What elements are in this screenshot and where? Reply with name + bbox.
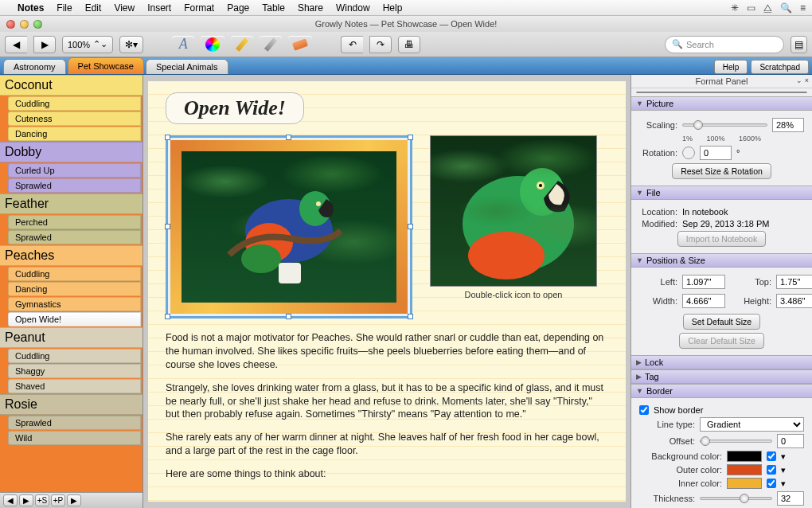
section-file-header[interactable]: ▼File — [631, 186, 812, 200]
window-zoom-button[interactable] — [33, 20, 42, 29]
sidebar-item[interactable]: Wild — [8, 431, 141, 445]
sidebar-section-peanut[interactable]: Peanut — [0, 327, 142, 348]
help-button[interactable]: Help — [714, 60, 748, 74]
zoom-select[interactable]: 100%⌃⌄ — [62, 36, 113, 53]
parrot-picture-1[interactable] — [182, 151, 396, 303]
paintbrush-icon[interactable] — [260, 36, 282, 53]
font-style-button[interactable]: A — [172, 36, 194, 53]
offset-slider[interactable] — [700, 440, 772, 443]
print-button[interactable]: 🖶 — [398, 36, 420, 53]
sidebar-item[interactable]: Cuddling — [8, 96, 141, 111]
panel-options-icon[interactable]: ⌄ × — [796, 76, 809, 84]
eraser-icon[interactable] — [288, 36, 312, 53]
bg-color-swatch[interactable] — [727, 451, 762, 462]
color-picker-button[interactable] — [201, 36, 224, 53]
seg-section[interactable]: Section — [722, 92, 765, 93]
sidebar-item[interactable]: Sprawled — [8, 230, 141, 244]
seg-page[interactable]: Page — [680, 92, 723, 93]
inner-color-enable-checkbox[interactable] — [767, 479, 776, 488]
sidebar-add-page-button[interactable]: +P — [51, 494, 65, 506]
sidebar-item[interactable]: Shaved — [8, 379, 141, 393]
rotation-dial-icon[interactable] — [682, 147, 695, 159]
sidebar-next-button[interactable]: ▶ — [19, 494, 33, 506]
parrot-picture-2[interactable] — [430, 135, 597, 287]
sidebar-item[interactable]: Gymnastics — [8, 297, 141, 311]
sidebar-item[interactable]: Cuddling — [8, 267, 141, 281]
section-lock-header[interactable]: ▶Lock — [631, 355, 812, 369]
sidebar-item[interactable]: Cuteness — [8, 111, 141, 126]
sidebar-section-feather[interactable]: Feather — [0, 193, 142, 214]
spotlight-icon[interactable]: 🔍 — [780, 2, 792, 14]
seg-note[interactable]: Note — [637, 92, 680, 93]
section-picture-header[interactable]: ▼Picture — [631, 96, 812, 111]
sidebar-go-button[interactable]: ▶ — [67, 494, 81, 506]
selected-picture-frame[interactable] — [166, 135, 412, 318]
sidebar-item[interactable]: Curled Up — [8, 163, 141, 178]
tab-astronomy[interactable]: Astronomy — [3, 59, 66, 74]
pos-height-input[interactable] — [776, 294, 812, 308]
menu-file[interactable]: File — [50, 2, 78, 14]
section-tag-header[interactable]: ▶Tag — [631, 369, 812, 384]
menu-insert[interactable]: Insert — [141, 2, 178, 14]
toggle-panel-button[interactable]: ▤ — [791, 36, 807, 53]
nav-back-button[interactable]: ◀ — [5, 36, 27, 53]
sidebar-add-section-button[interactable]: +S — [35, 494, 49, 506]
sidebar-section-coconut[interactable]: Coconut — [0, 75, 142, 96]
clear-default-size-button[interactable]: Clear Default Size — [679, 333, 764, 349]
scaling-slider[interactable] — [682, 123, 767, 127]
outer-color-enable-checkbox[interactable] — [767, 465, 776, 475]
page-title[interactable]: Open Wide! — [166, 92, 304, 124]
window-minimize-button[interactable] — [20, 20, 29, 29]
sidebar-item[interactable]: Dancing — [8, 282, 141, 296]
seg-notebook[interactable]: Notebook — [765, 92, 807, 93]
menu-extras-icon[interactable]: ≡ — [800, 2, 806, 14]
pos-left-input[interactable] — [682, 275, 725, 289]
sidebar-section-rosie[interactable]: Rosie — [0, 394, 142, 415]
rotation-input[interactable] — [700, 146, 732, 160]
page-body-text[interactable]: Food is not a major motivator for Peache… — [166, 331, 608, 481]
page-canvas[interactable]: Open Wide! — [143, 75, 630, 508]
sidebar-item[interactable]: Perched — [8, 215, 141, 229]
offset-input[interactable] — [777, 434, 804, 448]
sidebar-item[interactable]: Cuddling — [8, 349, 141, 363]
bg-color-enable-checkbox[interactable] — [767, 451, 776, 461]
menu-edit[interactable]: Edit — [79, 2, 108, 14]
menu-view[interactable]: View — [107, 2, 141, 14]
outer-color-swatch[interactable] — [727, 464, 762, 475]
set-default-size-button[interactable]: Set Default Size — [683, 314, 760, 330]
sidebar-item[interactable]: Shaggy — [8, 364, 141, 378]
menu-app[interactable]: Notes — [11, 2, 50, 14]
pos-width-input[interactable] — [682, 294, 725, 308]
undo-button[interactable]: ↶ — [341, 36, 363, 53]
inner-color-swatch[interactable] — [727, 478, 762, 489]
menu-table[interactable]: Table — [256, 2, 291, 14]
scaling-input[interactable] — [772, 118, 804, 132]
highlighter-icon[interactable] — [231, 36, 253, 53]
sidebar-item[interactable]: Dancing — [8, 127, 141, 141]
menu-share[interactable]: Share — [291, 2, 330, 14]
sidebar-item[interactable]: Open Wide! — [8, 312, 141, 326]
gear-menu-button[interactable]: ✻▾ — [119, 36, 143, 53]
sidebar-section-peaches[interactable]: Peaches — [0, 245, 142, 266]
section-position-header[interactable]: ▼Position & Size — [631, 253, 812, 268]
redo-button[interactable]: ↷ — [369, 36, 392, 53]
tab-special-animals[interactable]: Special Animals — [146, 59, 228, 74]
line-type-select[interactable]: Gradient — [700, 417, 804, 432]
nav-forward-button[interactable]: ▶ — [33, 36, 56, 53]
tab-pet-showcase[interactable]: Pet Showcase — [68, 57, 144, 74]
menu-page[interactable]: Page — [221, 2, 256, 14]
menu-help[interactable]: Help — [377, 2, 409, 14]
sidebar-item[interactable]: Sprawled — [8, 416, 141, 430]
window-close-button[interactable] — [6, 20, 15, 29]
reset-size-rotation-button[interactable]: Reset Size & Rotation — [672, 163, 771, 179]
format-scope-segment[interactable]: Note Page Section Notebook — [636, 92, 807, 93]
section-border-header[interactable]: ▼Border — [631, 384, 812, 398]
sidebar-section-dobby[interactable]: Dobby — [0, 142, 142, 162]
bg-color-menu-icon[interactable]: ▾ — [781, 451, 786, 462]
menu-format[interactable]: Format — [178, 2, 221, 14]
search-input[interactable]: 🔍Search — [665, 36, 784, 53]
sidebar-prev-button[interactable]: ◀ — [3, 494, 18, 506]
sidebar-item[interactable]: Sprawled — [8, 178, 141, 193]
thickness-input[interactable] — [777, 491, 804, 506]
status-wifi-icon[interactable]: ⧋ — [763, 2, 772, 14]
